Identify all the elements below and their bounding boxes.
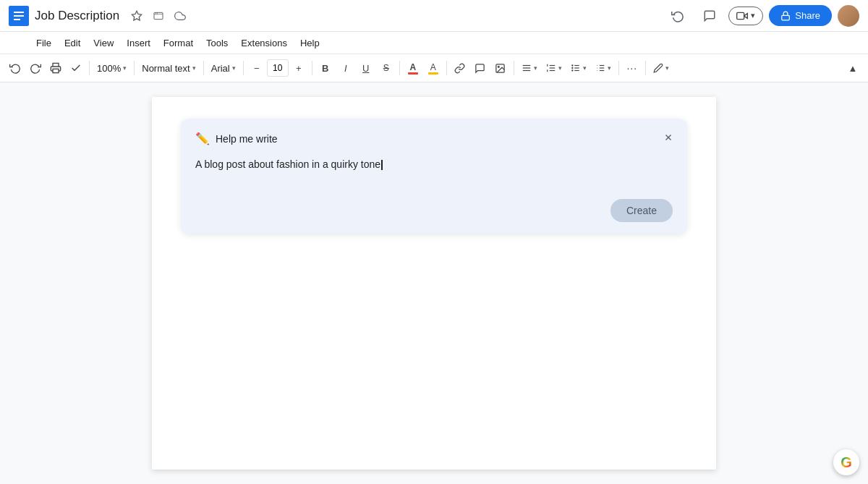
underline-button[interactable]: U	[357, 59, 375, 77]
menu-view[interactable]: View	[88, 35, 119, 51]
top-bar: Job Description	[0, 0, 868, 32]
share-label: Share	[795, 10, 820, 21]
toolbar-sep-4	[243, 61, 244, 75]
redo-button[interactable]	[26, 59, 45, 77]
bullet-list-selector[interactable]: ▾	[567, 61, 590, 75]
zoom-value: 100%	[97, 63, 121, 74]
toolbar-collapse-button[interactable]: ▲	[843, 59, 862, 77]
toolbar-sep-9	[618, 61, 619, 75]
top-bar-right: ▾ Share	[665, 3, 859, 29]
insert-image-button[interactable]	[491, 59, 510, 77]
drive-icon[interactable]	[150, 7, 167, 25]
cloud-icon[interactable]	[171, 7, 189, 25]
document-title[interactable]: Job Description	[35, 9, 119, 23]
title-icons	[128, 7, 189, 25]
insert-comment-button[interactable]	[471, 59, 490, 77]
menu-extensions[interactable]: Extensions	[235, 35, 293, 51]
text-style-value: Normal text	[142, 63, 190, 74]
google-g-letter: G	[841, 454, 852, 471]
menu-tools[interactable]: Tools	[200, 35, 234, 51]
svg-rect-8	[157, 12, 158, 14]
toolbar-sep-10	[645, 61, 646, 75]
menu-help[interactable]: Help	[294, 35, 326, 51]
align-chevron-icon: ▾	[534, 64, 537, 72]
font-size-increase-button[interactable]: +	[289, 59, 308, 77]
highlight-button[interactable]: A	[424, 59, 443, 77]
svg-point-25	[571, 67, 572, 68]
insert-link-button[interactable]	[451, 59, 469, 77]
text-style-selector[interactable]: Normal text ▾	[138, 61, 199, 75]
svg-rect-5	[154, 12, 163, 19]
svg-rect-12	[53, 69, 59, 72]
highlight-color-bar	[428, 72, 438, 75]
font-size-control: − 10 +	[247, 59, 308, 77]
help-me-write-dialog: ✏️ Help me write A blog post about fashi…	[181, 119, 687, 234]
menu-bar: File Edit View Insert Format Tools Exten…	[0, 32, 868, 54]
font-name-value: Arial	[211, 63, 230, 74]
zoom-selector[interactable]: 100% ▾	[93, 61, 130, 75]
avatar[interactable]	[838, 5, 859, 27]
svg-rect-1	[14, 12, 24, 13]
svg-rect-11	[782, 15, 790, 20]
svg-rect-7	[156, 12, 156, 14]
menu-file[interactable]: File	[30, 35, 57, 51]
docs-logo-icon[interactable]	[9, 6, 29, 26]
svg-point-26	[571, 70, 572, 71]
toolbar: 100% ▾ Normal text ▾ Arial ▾ − 10 + B I …	[0, 54, 868, 82]
help-me-write-icon: ✏️	[195, 132, 210, 145]
svg-rect-6	[154, 14, 163, 14]
toolbar-sep-1	[89, 61, 90, 75]
text-style-chevron-icon: ▾	[192, 64, 196, 72]
google-icon[interactable]: G	[833, 449, 859, 475]
font-size-value[interactable]: 10	[267, 59, 289, 77]
bullet-chevron-icon: ▾	[583, 64, 587, 72]
toolbar-right: ▲	[843, 59, 862, 77]
font-chevron-icon: ▾	[232, 64, 236, 72]
font-color-bar	[408, 72, 418, 75]
numbered-list-selector[interactable]: ▾	[592, 61, 615, 75]
comments-button[interactable]	[697, 3, 723, 29]
share-button[interactable]: Share	[769, 5, 832, 26]
svg-rect-10	[737, 12, 744, 19]
video-call-button[interactable]: ▾	[728, 7, 763, 25]
numbered-chevron-icon: ▾	[608, 64, 611, 72]
menu-edit[interactable]: Edit	[59, 35, 86, 51]
print-button[interactable]	[46, 59, 65, 77]
hmw-input-text[interactable]: A blog post about fashion in a quirky to…	[195, 154, 673, 190]
hmw-title: Help me write	[216, 133, 278, 145]
hmw-header: ✏️ Help me write	[195, 132, 673, 145]
create-button[interactable]: Create	[610, 199, 673, 222]
hmw-prompt-text: A blog post about fashion in a quirky to…	[195, 158, 380, 170]
line-spacing-selector[interactable]: ▾	[542, 61, 566, 75]
menu-format[interactable]: Format	[158, 35, 199, 51]
align-selector[interactable]: ▾	[518, 61, 541, 75]
toolbar-sep-7	[446, 61, 447, 75]
editing-mode-selector[interactable]: ▾	[650, 61, 673, 75]
star-icon[interactable]	[128, 7, 145, 25]
document-page: ✏️ Help me write A blog post about fashi…	[152, 97, 716, 470]
history-button[interactable]	[665, 3, 691, 29]
zoom-chevron-icon: ▾	[123, 64, 127, 72]
editing-mode-chevron-icon: ▾	[665, 64, 669, 72]
text-cursor	[381, 160, 383, 170]
italic-button[interactable]: I	[336, 59, 355, 77]
toolbar-sep-6	[399, 61, 400, 75]
svg-point-14	[498, 66, 500, 67]
svg-marker-9	[744, 13, 748, 18]
font-size-decrease-button[interactable]: −	[247, 59, 266, 77]
more-options-button[interactable]: ···	[623, 59, 642, 77]
undo-button[interactable]	[6, 59, 25, 77]
svg-rect-2	[14, 15, 24, 17]
hmw-close-button[interactable]	[658, 127, 678, 148]
menu-insert[interactable]: Insert	[121, 35, 156, 51]
bold-button[interactable]: B	[316, 59, 335, 77]
toolbar-sep-5	[312, 61, 312, 75]
hmw-footer: Create	[195, 199, 673, 222]
font-selector[interactable]: Arial ▾	[208, 61, 239, 75]
font-color-button[interactable]: A	[404, 59, 422, 77]
spellcheck-button[interactable]	[67, 59, 85, 77]
svg-marker-4	[132, 11, 142, 20]
toolbar-sep-3	[203, 61, 204, 75]
strikethrough-button[interactable]: S	[377, 59, 396, 77]
toolbar-sep-8	[514, 61, 514, 75]
